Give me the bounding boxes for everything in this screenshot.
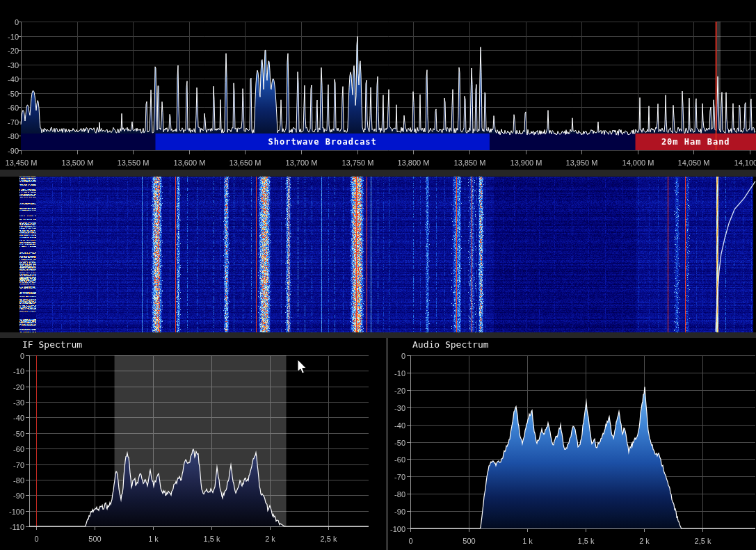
audio-spectrum-title: Audio Spectrum	[412, 339, 489, 350]
band-label-shortwave-broadcast[interactable]: Shortwave Broadcast	[155, 134, 489, 150]
sdr-application-window: Shortwave Broadcast 20m Ham Band IF Spec…	[0, 0, 756, 550]
if-spectrum-title: IF Spectrum	[22, 339, 82, 350]
if-audio-spectrum-panels[interactable]	[0, 338, 756, 550]
waterfall-display[interactable]	[0, 170, 756, 338]
band-label-20m-ham[interactable]: 20m Ham Band	[636, 134, 756, 150]
